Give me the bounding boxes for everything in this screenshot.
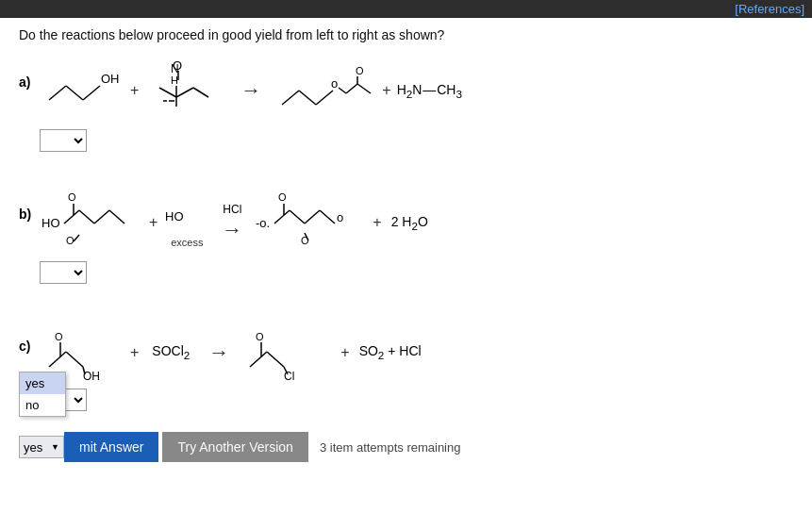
svg-line-12 <box>176 88 193 97</box>
svg-text:O: O <box>278 191 287 203</box>
reaction-b-dropdown[interactable]: yes no <box>40 261 87 284</box>
dropdown-option-yes[interactable]: yes <box>20 372 65 394</box>
svg-line-32 <box>74 235 79 241</box>
reaction-a-byproduct: H2N — CH3 <box>397 82 462 100</box>
svg-text:HO: HO <box>41 216 60 230</box>
svg-line-35 <box>274 210 290 223</box>
svg-text:O: O <box>173 58 182 73</box>
reaction-b-label: b) <box>19 190 40 222</box>
svg-text:O: O <box>66 235 75 246</box>
svg-text:H: H <box>171 74 178 86</box>
reaction-a-dropdown[interactable]: yes no <box>40 129 87 152</box>
topbar: [References] <box>0 0 812 18</box>
svg-text:O: O <box>356 65 364 76</box>
svg-line-50 <box>250 352 267 367</box>
submit-label: mit Answer <box>79 439 143 455</box>
references-link[interactable]: [References] <box>735 2 804 16</box>
plus-a2: + <box>382 82 390 99</box>
svg-line-25 <box>64 210 79 223</box>
svg-line-53 <box>267 352 284 367</box>
svg-line-30 <box>109 210 124 223</box>
svg-line-1 <box>66 86 83 100</box>
reaction-c-label: c) <box>19 322 40 354</box>
svg-text:O: O <box>68 191 76 203</box>
svg-line-23 <box>357 84 371 93</box>
svg-line-20 <box>346 84 357 93</box>
svg-text:o: o <box>337 210 343 224</box>
plus-c2: + <box>340 344 349 361</box>
svg-line-2 <box>83 86 100 100</box>
reaction-a-arrow: → <box>240 78 261 103</box>
plus-b2: + <box>373 214 381 231</box>
reaction-a-reactant1: OH <box>40 62 124 119</box>
reaction-a-label: a) <box>19 58 40 90</box>
svg-line-44 <box>49 352 66 367</box>
attempts-remaining: 3 item attempts remaining <box>320 440 461 455</box>
question-title: Do the reactions below proceed in good y… <box>19 27 793 42</box>
plus-b1: + <box>149 214 157 231</box>
svg-line-40 <box>320 210 335 223</box>
reaction-c-byproducts: SO2 + HCl <box>359 343 422 361</box>
svg-text:OH: OH <box>101 72 120 86</box>
reaction-c-content: O OH + SOCl2 → O <box>40 322 793 383</box>
svg-line-19 <box>339 88 346 93</box>
svg-line-39 <box>305 210 320 223</box>
reaction-a-reactant2: N H O <box>144 58 229 124</box>
svg-text:OH: OH <box>83 370 100 383</box>
reaction-b-reagent-ho: HO excess <box>163 197 210 248</box>
svg-line-0 <box>49 86 66 100</box>
svg-text:o: o <box>331 76 338 91</box>
reaction-c-product1: O Cl <box>240 322 335 383</box>
main-content: Do the reactions below proceed in good y… <box>0 18 812 477</box>
reaction-b-product1: ‑o. O o O <box>254 190 367 256</box>
reaction-b-byproduct: 2 H2O <box>391 214 428 232</box>
answer-select-box[interactable]: yes ▼ <box>19 436 64 458</box>
reaction-b-reactant1: HO O O <box>40 190 143 256</box>
svg-line-16 <box>299 91 316 105</box>
dropdown-option-no[interactable]: no <box>20 394 65 416</box>
svg-line-14 <box>159 88 176 97</box>
chevron-down-icon: ▼ <box>51 442 59 452</box>
svg-text:HO: HO <box>165 209 184 223</box>
svg-text:Cl: Cl <box>284 370 294 383</box>
reaction-c-reagent-socl2: SOCl2 <box>152 343 190 361</box>
plus-c1: + <box>130 344 139 361</box>
svg-text:O: O <box>256 331 264 342</box>
reaction-a-product1: o O <box>273 58 376 124</box>
another-version-label: Try Another Version <box>177 439 292 455</box>
reaction-a-content: OH + N H O <box>40 58 793 124</box>
another-version-button[interactable]: Try Another Version <box>162 432 307 462</box>
toolbar: yes no yes ▼ mit Answer Try Another Vers… <box>19 426 793 468</box>
svg-text:O: O <box>55 331 63 342</box>
svg-line-28 <box>79 210 94 223</box>
selected-value: yes <box>24 440 42 455</box>
svg-line-29 <box>94 210 109 223</box>
plus-a1: + <box>130 82 139 99</box>
submit-dropdown-container: yes no yes ▼ <box>19 436 64 458</box>
reaction-b-arrow-area: HCl → <box>210 203 254 242</box>
svg-line-38 <box>290 210 305 223</box>
answer-dropdown-open: yes no <box>19 372 66 417</box>
svg-line-13 <box>193 88 208 97</box>
submit-button[interactable]: mit Answer <box>64 432 158 462</box>
reaction-c-arrow: → <box>208 340 229 365</box>
reaction-b-content: HO O O + HO <box>40 190 793 256</box>
svg-text:‑o.: ‑o. <box>256 216 270 230</box>
svg-line-15 <box>282 91 299 105</box>
svg-line-17 <box>316 91 333 105</box>
svg-line-47 <box>66 352 83 367</box>
